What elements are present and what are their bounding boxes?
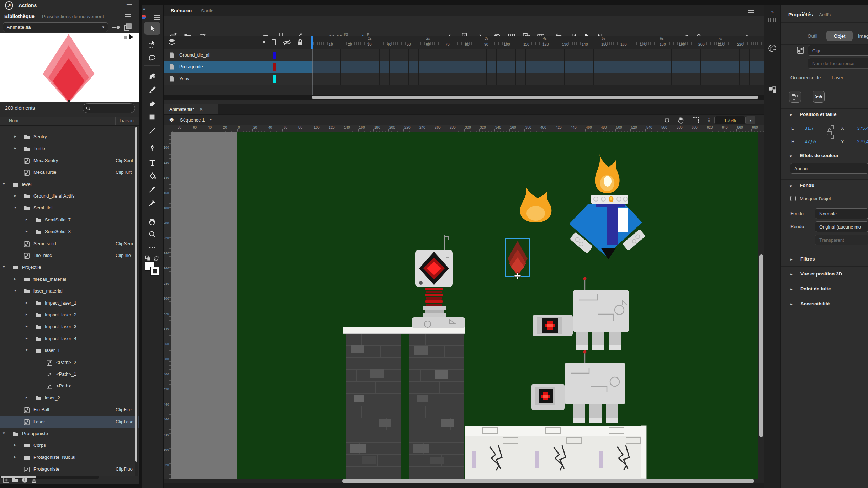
eraser-tool[interactable] (144, 97, 160, 109)
toolbar-menu-icon[interactable] (154, 15, 160, 20)
close-icon[interactable]: ✕ (199, 107, 203, 112)
pen-tool[interactable] (144, 142, 160, 155)
tab-assets[interactable]: Actifs (819, 12, 831, 17)
asset-warp-tool[interactable] (144, 197, 160, 209)
expand-icon[interactable]: ▸ (26, 324, 28, 328)
panel-menu-icon[interactable] (125, 14, 131, 18)
library-item[interactable]: ▸Corps (0, 440, 139, 451)
library-item[interactable]: ▸Impact_laser_3 (0, 321, 139, 333)
expand-icon[interactable]: ▸ (14, 455, 16, 459)
lasso-tool[interactable] (144, 52, 160, 65)
library-item[interactable]: ▸SemiSolid_8 (0, 226, 139, 238)
rotate-stage-hand-icon[interactable] (677, 116, 685, 124)
library-item[interactable]: ▸laser_2 (0, 392, 139, 404)
scene-chevron-icon[interactable]: ▾ (210, 118, 212, 122)
eyedropper-tool[interactable] (144, 183, 160, 196)
tower-right[interactable] (409, 333, 464, 479)
paint-bucket-tool[interactable] (144, 170, 160, 182)
library-horizontal-scrollbar[interactable] (0, 476, 99, 479)
timeline-layer[interactable]: Protagonite (164, 61, 312, 73)
chevron-right-icon[interactable]: ▸ (790, 257, 793, 262)
meca-sentry-lower-sprite[interactable] (531, 350, 625, 423)
library-item[interactable]: ▸Protagoniste_Nuo.ai (0, 452, 139, 463)
instance-name-input[interactable] (808, 58, 868, 69)
laser-selected-object[interactable] (506, 239, 530, 279)
timeline-ruler[interactable]: 1s2s3s4s5s6s7s10203040506070809010011012… (164, 36, 764, 49)
preview-stop-icon[interactable] (124, 36, 127, 39)
section-filters[interactable]: Filtres (800, 256, 815, 262)
line-tool[interactable] (144, 124, 160, 137)
library-item[interactable]: ▸Impact_laser_1 (0, 297, 139, 309)
chevron-down-icon[interactable]: ▾ (790, 113, 792, 117)
fill-stroke-swatches-tool[interactable] (144, 262, 160, 275)
color-palette-icon[interactable] (768, 44, 777, 53)
outline-view-icon[interactable] (272, 39, 276, 45)
library-item[interactable]: ▸Turtle (0, 143, 139, 155)
edit-symbol-button[interactable]: ➤♣ (813, 91, 825, 103)
dock-grip-icon[interactable] (768, 18, 777, 22)
timeline-hscroll-thumb[interactable] (312, 96, 758, 99)
section-3d-view[interactable]: Vue et position 3D (800, 271, 842, 277)
zoom-level-input[interactable]: 156% (714, 116, 746, 124)
minimize-icon[interactable]: — (127, 1, 132, 7)
y-value[interactable]: 279,4 (852, 139, 868, 144)
color-effects-title[interactable]: Effets de couleur (800, 153, 839, 158)
mode-tab-frame[interactable]: Image (858, 33, 868, 39)
expand-icon[interactable]: ▸ (26, 395, 28, 400)
library-item[interactable]: <Path>_1 (0, 369, 139, 380)
library-item[interactable]: FireBallClipFire (0, 404, 139, 416)
tab-library[interactable]: Bibliothèque (4, 14, 35, 19)
floor-structure[interactable] (465, 426, 646, 479)
collapse-icon[interactable]: ▾ (14, 288, 16, 293)
stage[interactable] (237, 132, 758, 479)
mask-object-checkbox[interactable] (790, 196, 796, 201)
protagonist-sprite[interactable] (569, 195, 646, 259)
library-item[interactable]: ▾level (0, 179, 139, 191)
chevron-down-icon[interactable]: ▾ (790, 184, 792, 188)
collapse-icon[interactable]: ▾ (3, 431, 5, 435)
hide-layers-icon[interactable] (282, 39, 291, 47)
scene-name[interactable]: Séquence 1 (180, 117, 205, 123)
expand-icon[interactable]: ▸ (26, 229, 28, 234)
expand-icon[interactable]: ▸ (26, 300, 28, 305)
position-size-title[interactable]: Position et taille (800, 112, 837, 117)
expand-icon[interactable]: ▸ (26, 217, 28, 222)
library-columns-header[interactable]: Nom Liaison (0, 117, 139, 126)
library-item[interactable]: <Path> (0, 380, 139, 392)
library-item[interactable]: MecaTurtleClipTurt (0, 167, 139, 178)
pasteboard[interactable] (171, 132, 237, 479)
library-document-select[interactable]: Animate.fla ▾ (3, 22, 108, 32)
fluid-brush-tool[interactable] (144, 70, 160, 82)
sentry-turret-sprite[interactable] (412, 235, 465, 328)
preview-play-icon[interactable] (129, 34, 133, 39)
library-item[interactable]: ProtagonisteClipFluo (0, 463, 139, 475)
zoom-stepper[interactable]: ▲▼ (706, 116, 711, 124)
section-accessibility[interactable]: Accessibilité (800, 301, 830, 306)
chevron-right-icon[interactable]: ▸ (790, 287, 793, 291)
playhead[interactable] (311, 36, 313, 49)
library-vertical-scrollbar[interactable] (135, 126, 138, 476)
center-stage-icon[interactable] (663, 116, 671, 124)
timeline-hscroll-track[interactable] (164, 95, 764, 100)
library-item[interactable]: Tile_blocClipTile (0, 250, 139, 262)
timeline-layer[interactable]: Yeux (164, 73, 312, 85)
collapse-icon[interactable]: ▾ (3, 264, 5, 269)
library-item[interactable]: <Path>_2 (0, 357, 139, 369)
blend-mode-select[interactable]: Normale (815, 208, 868, 219)
swap-symbol-button[interactable] (789, 91, 801, 103)
tower-left[interactable] (346, 333, 401, 479)
hand-tool[interactable] (144, 215, 160, 228)
pin-library-icon[interactable] (112, 25, 120, 30)
x-value[interactable]: 375,4 (852, 125, 868, 131)
library-item[interactable]: ▸Ground_tile.ai Actifs (0, 191, 139, 202)
chevron-right-icon[interactable]: ▸ (790, 272, 793, 277)
meca-sentry-upper-sprite[interactable] (533, 277, 629, 350)
collapse-toolbar-icon[interactable]: « (143, 6, 145, 11)
chevron-right-icon[interactable]: ▸ (790, 302, 793, 306)
library-item[interactable]: ▸SemiSolid_7 (0, 214, 139, 226)
zoom-tool[interactable] (144, 228, 160, 241)
timeline-layer[interactable]: Ground_tile_ai (164, 49, 312, 61)
canvas-horizontal-scrollbar[interactable] (164, 479, 764, 483)
expand-icon[interactable]: ▸ (14, 193, 16, 198)
collapse-icon[interactable]: ▾ (3, 182, 5, 186)
